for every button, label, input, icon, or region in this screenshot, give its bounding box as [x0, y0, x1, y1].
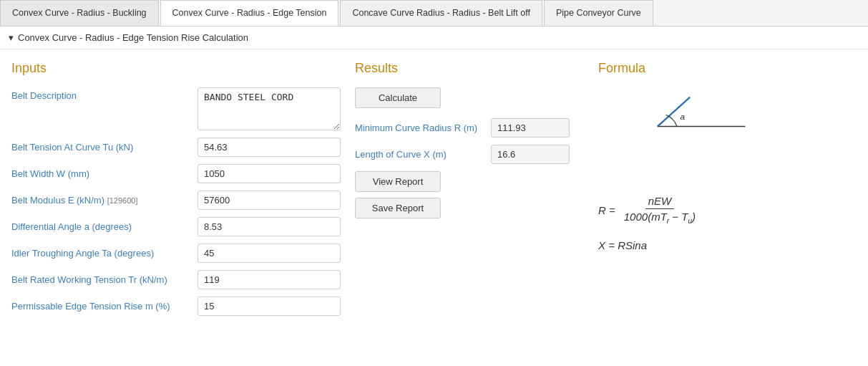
save-report-button[interactable]: Save Report: [355, 198, 441, 218]
idler-troughing-label: Idler Troughing Angle Ta (degrees): [11, 248, 198, 259]
idler-troughing-row: Idler Troughing Angle Ta (degrees): [11, 244, 341, 263]
differential-angle-label: Differential Angle a (degrees): [11, 221, 198, 232]
results-section: Results Calculate Minimum Curve Radius R…: [341, 61, 570, 323]
belt-rated-input[interactable]: [198, 270, 341, 289]
calculate-button[interactable]: Calculate: [355, 87, 441, 108]
differential-angle-input[interactable]: [198, 217, 341, 236]
results-buttons: View Report Save Report: [355, 171, 570, 218]
belt-modulus-input[interactable]: [198, 191, 341, 210]
belt-description-label: Belt Description: [11, 87, 198, 101]
formula-x: X = RSina: [598, 239, 857, 251]
angle-diagram-svg: a: [598, 87, 756, 159]
svg-line-1: [658, 97, 690, 127]
tab-convex-buckling[interactable]: Convex Curve - Radius - Buckling: [0, 0, 159, 26]
belt-modulus-row: Belt Modulus E (kN/m) [129600]: [11, 191, 341, 210]
tab-concave[interactable]: Concave Curve Radius - Radius - Belt Lif…: [340, 0, 542, 26]
permissable-edge-input[interactable]: [198, 297, 341, 316]
belt-modulus-hint: [129600]: [107, 196, 138, 205]
formula-r-lhs: R =: [598, 204, 615, 216]
differential-angle-row: Differential Angle a (degrees): [11, 217, 341, 236]
idler-troughing-input[interactable]: [198, 244, 341, 263]
formula-title: Formula: [598, 61, 857, 76]
formula-denominator: 1000(mTr − Tu): [621, 209, 698, 225]
svg-text:a: a: [681, 112, 686, 122]
belt-tension-label: Belt Tension At Curve Tu (kN): [11, 142, 198, 153]
permissable-edge-label: Permissable Edge Tension Rise m (%): [11, 301, 198, 312]
length-curve-label: Length of Curve X (m): [355, 149, 491, 160]
formula-diagram: a: [598, 87, 741, 173]
belt-description-row: Belt Description BANDO STEEL CORD: [11, 87, 341, 130]
belt-width-input[interactable]: [198, 164, 341, 183]
permissable-edge-row: Permissable Edge Tension Rise m (%): [11, 297, 341, 316]
breadcrumb-text: Convex Curve - Radius - Edge Tension Ris…: [18, 32, 248, 43]
formula-section: Formula a R = nEW 1000(mTr − Tu): [570, 61, 857, 323]
belt-tension-row: Belt Tension At Curve Tu (kN): [11, 138, 341, 157]
belt-description-input[interactable]: BANDO STEEL CORD: [198, 87, 341, 130]
min-curve-radius-row: Minimum Curve Radius R (m) 111.93: [355, 118, 570, 138]
length-curve-row: Length of Curve X (m) 16.6: [355, 145, 570, 164]
belt-tension-input[interactable]: [198, 138, 341, 157]
belt-rated-label: Belt Rated Working Tension Tr (kN/m): [11, 274, 198, 285]
main-content: Inputs Belt Description BANDO STEEL CORD…: [0, 49, 868, 334]
formula-r-fraction: nEW 1000(mTr − Tu): [621, 195, 698, 225]
formula-r-block: R = nEW 1000(mTr − Tu): [598, 195, 857, 225]
length-curve-value: 16.6: [491, 145, 570, 164]
belt-rated-row: Belt Rated Working Tension Tr (kN/m): [11, 270, 341, 289]
view-report-button[interactable]: View Report: [355, 171, 441, 192]
inputs-section: Inputs Belt Description BANDO STEEL CORD…: [11, 61, 341, 323]
belt-modulus-label: Belt Modulus E (kN/m) [129600]: [11, 195, 198, 206]
min-curve-radius-label: Minimum Curve Radius R (m): [355, 122, 491, 133]
breadcrumb: ▾ Convex Curve - Radius - Edge Tension R…: [0, 27, 868, 49]
min-curve-radius-value: 111.93: [491, 118, 570, 138]
formula-x-block: X = RSina: [598, 239, 857, 251]
tab-bar: Convex Curve - Radius - Buckling Convex …: [0, 0, 868, 27]
results-title: Results: [355, 61, 570, 76]
breadcrumb-arrow: ▾: [9, 32, 14, 43]
tab-pipe[interactable]: Pipe Conveyor Curve: [544, 0, 653, 26]
formula-numerator: nEW: [645, 195, 675, 209]
belt-width-row: Belt Width W (mm): [11, 164, 341, 183]
inputs-title: Inputs: [11, 61, 341, 76]
belt-width-label: Belt Width W (mm): [11, 168, 198, 179]
tab-convex-edge[interactable]: Convex Curve - Radius - Edge Tension: [160, 0, 339, 26]
